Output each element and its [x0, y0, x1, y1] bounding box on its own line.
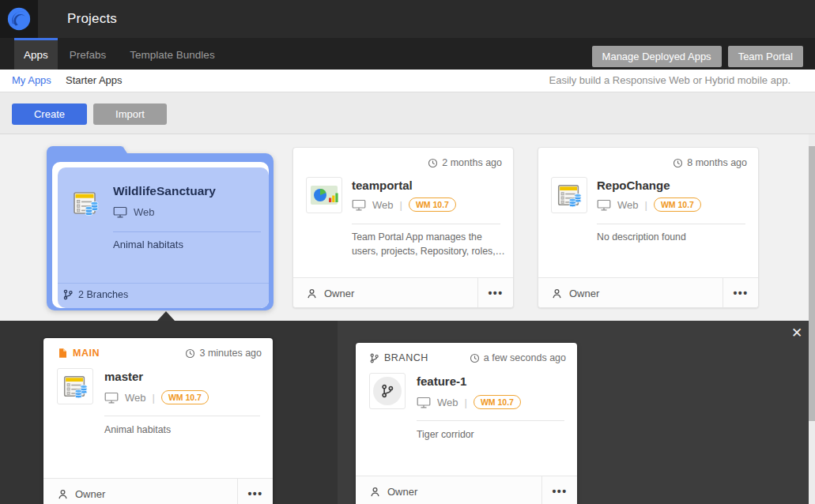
sub-nav: My Apps Starter Apps Easily build a Resp…	[0, 70, 815, 92]
more-options-icon: •••	[552, 485, 567, 498]
wavemaker-logo-icon	[6, 6, 32, 32]
meta-separator: |	[153, 392, 155, 404]
clock-icon	[428, 158, 438, 168]
version-badge: WM 10.7	[654, 197, 701, 212]
platform-label: Web	[437, 397, 458, 408]
branches-count-label: 2 Branches	[78, 289, 128, 300]
divider	[597, 224, 745, 224]
person-icon	[57, 488, 69, 500]
top-bar: Projects	[0, 0, 815, 38]
divider	[58, 283, 269, 284]
project-card-repochange[interactable]: 8 months ago RepoChange Web | WM 10.7 No…	[538, 147, 759, 308]
app-window-icon	[70, 187, 101, 219]
project-card-teamportal[interactable]: 2 months ago teamportal Web | WM 10.7 Te…	[292, 147, 514, 308]
card-footer: Owner •••	[356, 476, 577, 504]
app-chart-icon	[306, 177, 342, 213]
meta-separator: |	[465, 397, 467, 408]
tab-prefabs[interactable]: Prefabs	[58, 38, 119, 70]
branch-type-label: BRANCH	[384, 352, 428, 363]
branch-circle-icon	[369, 373, 406, 409]
import-button[interactable]: Import	[93, 103, 167, 125]
branch-name: master	[104, 370, 143, 383]
monitor-icon	[352, 199, 366, 211]
monitor-icon	[597, 199, 611, 211]
project-title: RepoChange	[597, 179, 670, 192]
wavemaker-logo[interactable]	[0, 0, 38, 38]
file-icon	[57, 348, 68, 359]
team-portal-button[interactable]: Team Portal	[728, 46, 803, 67]
branches-toggle[interactable]: 2 Branches	[62, 289, 128, 300]
last-modified-label: 2 months ago	[442, 157, 502, 168]
person-icon	[306, 288, 318, 299]
person-icon	[369, 486, 381, 498]
version-badge: WM 10.7	[409, 197, 456, 212]
divider	[104, 416, 260, 416]
tab-template-bundles[interactable]: Template Bundles	[118, 38, 226, 70]
project-description: No description found	[597, 230, 757, 244]
version-badge: WM 10.7	[161, 390, 209, 404]
more-options-button[interactable]: •••	[477, 278, 513, 307]
branch-card-feature-1[interactable]: BRANCH a few seconds ago feature-1 Web |…	[356, 343, 577, 504]
divider	[113, 231, 261, 232]
card-footer: Owner •••	[538, 277, 758, 307]
page-title: Projects	[67, 0, 117, 38]
owner-label: Owner	[324, 288, 354, 299]
scrollbar-track[interactable]	[809, 134, 815, 504]
more-options-button[interactable]: •••	[723, 278, 758, 307]
card-footer: Owner •••	[293, 277, 513, 307]
project-description: Team Portal App manages the users, proje…	[352, 230, 511, 259]
meta-separator: |	[400, 199, 402, 211]
manage-deployed-apps-button[interactable]: Manage Deployed Apps	[592, 46, 722, 67]
create-button[interactable]: Create	[12, 103, 87, 125]
card-footer: Owner •••	[43, 478, 273, 504]
owner-label: Owner	[387, 486, 417, 498]
platform-label: Web	[372, 199, 394, 211]
subnav-starter-apps[interactable]: Starter Apps	[66, 70, 123, 92]
git-branch-icon	[369, 353, 379, 363]
app-window-icon	[551, 177, 587, 213]
last-modified-label: 3 minutes ago	[199, 348, 262, 359]
clock-icon	[673, 158, 683, 168]
platform-label: Web	[125, 392, 146, 404]
monitor-icon	[104, 392, 119, 404]
branch-description: Animal habitats	[104, 423, 264, 437]
more-options-icon: •••	[488, 287, 503, 299]
person-icon	[551, 288, 563, 299]
owner-label: Owner	[569, 288, 599, 299]
close-panel-button[interactable]: ✕	[788, 325, 806, 342]
app-window-icon	[57, 368, 93, 404]
branch-name: feature-1	[417, 374, 466, 388]
clock-icon	[470, 353, 480, 363]
more-options-icon: •••	[247, 487, 262, 500]
platform-label: Web	[134, 206, 155, 218]
divider	[352, 224, 500, 224]
project-card-wildlifesanctuary[interactable]: WildlifeSanctuary Web Animal habitats 2 …	[47, 145, 274, 310]
last-modified-label: 8 months ago	[687, 157, 747, 168]
subnav-my-apps[interactable]: My Apps	[12, 70, 51, 92]
action-bar: Create Import	[0, 92, 815, 134]
git-branch-icon	[62, 289, 74, 300]
monitor-icon	[113, 206, 127, 218]
branch-card-master[interactable]: MAIN 3 minutes ago master Web | WM 10.7 …	[43, 338, 273, 504]
more-options-icon: •••	[733, 287, 748, 299]
more-options-button[interactable]: •••	[541, 476, 577, 504]
project-description: Animal habitats	[113, 239, 183, 250]
panel-pointer-arrow	[157, 311, 175, 321]
last-modified-label: a few seconds ago	[484, 352, 566, 363]
scrollbar-thumb[interactable]	[809, 146, 815, 421]
clock-icon	[185, 348, 195, 359]
project-title: teamportal	[352, 179, 413, 192]
version-badge: WM 10.7	[474, 395, 521, 409]
owner-label: Owner	[75, 488, 105, 500]
folder-front-panel: WildlifeSanctuary Web Animal habitats 2 …	[58, 167, 269, 308]
monitor-icon	[417, 397, 431, 408]
tab-apps[interactable]: Apps	[14, 38, 58, 70]
meta-separator: |	[645, 199, 647, 211]
project-title: WildlifeSanctuary	[113, 184, 216, 198]
more-options-button[interactable]: •••	[237, 479, 273, 504]
branch-type-label: MAIN	[73, 348, 100, 359]
branch-description: Tiger corridor	[417, 427, 576, 442]
divider	[417, 420, 564, 421]
tagline-text: Easily build a Responsive Web or Hybrid …	[549, 70, 790, 92]
tab-bar: Apps Prefabs Template Bundles Manage Dep…	[0, 38, 815, 70]
